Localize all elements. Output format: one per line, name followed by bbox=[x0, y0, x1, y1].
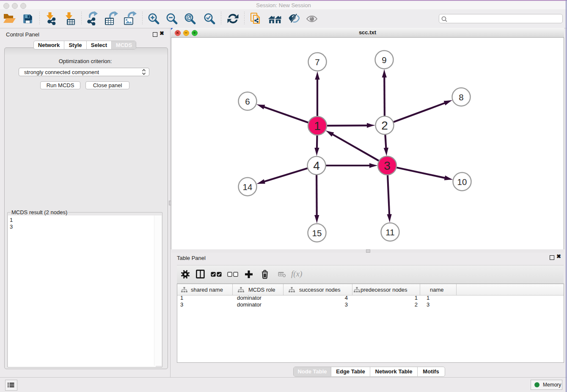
svg-text:15: 15 bbox=[312, 228, 322, 238]
svg-text:8: 8 bbox=[459, 92, 463, 102]
svg-text:4: 4 bbox=[313, 159, 320, 172]
svg-text:3: 3 bbox=[384, 159, 391, 172]
svg-text:14: 14 bbox=[243, 182, 253, 192]
svg-text:7: 7 bbox=[315, 57, 319, 67]
svg-text:9: 9 bbox=[382, 55, 386, 65]
svg-text:2: 2 bbox=[381, 119, 388, 132]
svg-text:6: 6 bbox=[245, 97, 250, 106]
svg-text:10: 10 bbox=[457, 177, 467, 187]
svg-text:11: 11 bbox=[385, 227, 394, 237]
svg-text:1: 1 bbox=[314, 119, 321, 133]
